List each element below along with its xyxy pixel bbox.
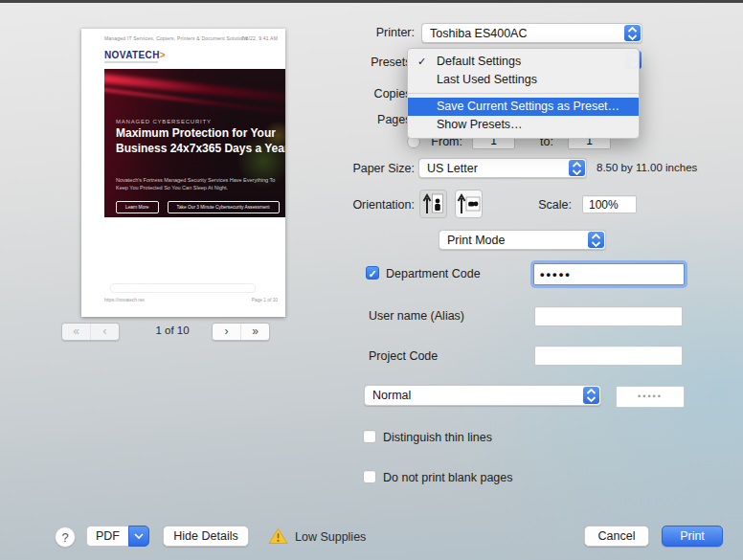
pdf-label[interactable]: PDF (86, 526, 128, 547)
orientation-portrait-button[interactable] (419, 190, 447, 218)
settings-section-select[interactable]: Print Mode (439, 230, 606, 250)
paper-size-value: US Letter (427, 162, 478, 175)
paper-size-select[interactable]: US Letter (418, 158, 587, 178)
department-code-label: Department Code (386, 267, 501, 280)
user-name-input[interactable] (534, 306, 683, 326)
presets-label: Presets: (316, 56, 415, 69)
copies-label: Copies: (316, 87, 415, 101)
chevron-down-icon[interactable] (128, 526, 149, 547)
hero-assessment-button: Take Our 3 Minute Cybersecurity Assessme… (168, 201, 280, 213)
check-icon: ✓ (417, 53, 426, 71)
menu-item-save-current-settings[interactable]: Save Current Settings as Preset… (408, 98, 639, 116)
paper-size-label: Paper Size: (316, 162, 415, 175)
user-name-label: User name (Alias) (369, 309, 493, 323)
pagination-back-group: « ‹ (61, 323, 120, 341)
chevron-up-down-icon[interactable] (583, 387, 599, 404)
hero-title: Maximum Protection for Your Business 24x… (116, 126, 285, 156)
thin-lines-label: Distinguish thin lines (383, 431, 555, 444)
help-button[interactable]: ? (55, 526, 76, 548)
hide-details-button[interactable]: Hide Details (163, 526, 249, 547)
pdf-menu-button[interactable]: PDF (86, 526, 149, 547)
window-top-edge (0, 0, 743, 3)
cancel-button[interactable]: Cancel (584, 526, 649, 547)
menu-item-default-settings[interactable]: ✓ Default Settings (408, 53, 639, 71)
presets-menu: ✓ Default Settings Last Used Settings Sa… (407, 48, 640, 139)
department-code-checkbox[interactable]: ✓ (366, 266, 379, 280)
orientation-label: Orientation: (316, 198, 415, 212)
pagination-forward-group: › » (212, 323, 270, 341)
department-code-input[interactable] (533, 263, 685, 285)
chevron-up-down-icon[interactable] (624, 25, 641, 41)
quality-dots-readonly-field: ••••• (616, 386, 685, 408)
menu-item-show-presets[interactable]: Show Presets… (408, 116, 639, 134)
menu-item-label: Last Used Settings (437, 73, 537, 86)
preview-footer-page-number: Page 1 of 10 (252, 298, 278, 302)
project-code-input[interactable] (534, 346, 683, 366)
menu-item-label: Default Settings (437, 55, 521, 68)
section-value: Print Mode (447, 234, 505, 247)
scale-label: Scale: (522, 198, 572, 212)
first-page-button[interactable]: « (62, 324, 90, 340)
print-preview-page: Managed IT Services, Copiers, Printers &… (81, 29, 285, 317)
print-quality-select[interactable]: Normal (364, 385, 601, 406)
printer-label: Printer: (316, 26, 415, 39)
hero-learn-more-button: Learn More (116, 201, 159, 213)
printer-select[interactable]: Toshiba ES400AC (421, 23, 642, 43)
hero-image: MANAGED CYBERSECURITY Maximum Protection… (104, 69, 285, 217)
paper-dimensions-text: 8.50 by 11.00 inches (597, 162, 731, 173)
blank-pages-label: Do not print blank pages (383, 471, 565, 484)
pages-label: Pages: (316, 113, 415, 126)
novatech-logo: NOVATECH> (104, 50, 166, 60)
preview-faint-element (110, 283, 256, 293)
last-page-button[interactable]: » (240, 324, 269, 340)
hero-buttons: Learn More Take Our 3 Minute Cybersecuri… (116, 201, 280, 213)
preview-header-right: 7/8/22, 9:41 AM (241, 35, 278, 41)
menu-separator (408, 93, 639, 94)
printer-value: Toshiba ES400AC (430, 27, 527, 40)
chevron-up-down-icon[interactable] (588, 232, 604, 248)
print-button[interactable]: Print (662, 526, 723, 547)
blank-pages-checkbox[interactable] (363, 470, 376, 483)
print-dialog: Managed IT Services, Copiers, Printers &… (0, 0, 743, 560)
warning-icon (268, 527, 288, 545)
logo-chevron-icon: > (160, 50, 166, 60)
scale-input[interactable] (582, 195, 637, 213)
low-supplies-status: Low Supplies (295, 530, 366, 544)
quality-value: Normal (372, 389, 411, 402)
previous-page-button[interactable]: ‹ (90, 324, 119, 340)
landscape-icon (456, 190, 482, 218)
orientation-landscape-button[interactable] (455, 190, 483, 218)
menu-item-last-used-settings[interactable]: Last Used Settings (408, 71, 639, 89)
hero-body: Novatech's Fortress Managed Security Ser… (116, 176, 281, 192)
preview-footer-url: https://novatech.net (104, 298, 145, 302)
chevron-up-down-icon[interactable] (569, 160, 585, 176)
preview-header-left: Managed IT Services, Copiers, Printers &… (104, 35, 248, 41)
project-code-label: Project Code (369, 349, 493, 363)
page-counter: 1 of 10 (142, 325, 203, 336)
next-page-button[interactable]: › (213, 324, 240, 340)
portrait-icon (420, 190, 446, 218)
menu-item-label: Show Presets… (437, 118, 523, 131)
logo-text: NOVATECH (104, 50, 160, 60)
logo-tagline-bar (104, 61, 158, 63)
thin-lines-checkbox[interactable] (363, 430, 376, 443)
menu-item-label: Save Current Settings as Preset… (437, 100, 619, 113)
hero-kicker: MANAGED CYBERSECURITY (116, 119, 212, 124)
